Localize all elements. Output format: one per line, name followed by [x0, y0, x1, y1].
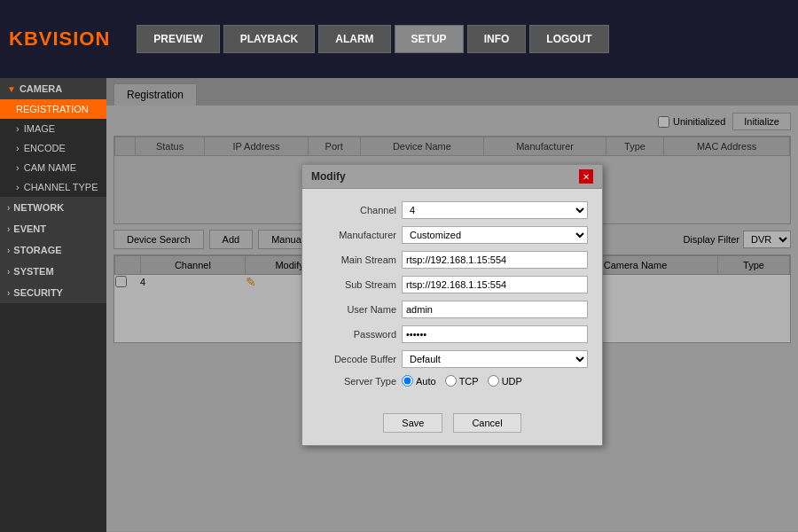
decode-buffer-select[interactable]: Default [402, 350, 588, 368]
server-type-row: Server Type Auto TCP [317, 375, 588, 387]
modal-footer: Save Cancel [302, 406, 602, 445]
sidebar-system-label: SYSTEM [13, 266, 53, 277]
event-arrow-icon: › [7, 224, 10, 234]
modify-modal: Modify ✕ Channel 4 Manufacturer Customiz… [301, 164, 603, 446]
tab-info[interactable]: INFO [467, 25, 527, 53]
tab-preview[interactable]: PREVIEW [137, 25, 219, 53]
camera-arrow-icon: ▼ [7, 84, 16, 94]
server-type-label: Server Type [317, 376, 396, 387]
logo-kb: KB [9, 27, 39, 50]
radio-udp[interactable]: UDP [488, 375, 522, 387]
sidebar-section-network[interactable]: › NETWORK [0, 197, 106, 218]
network-arrow-icon: › [7, 203, 10, 213]
save-button[interactable]: Save [383, 413, 442, 433]
sidebar-event-label: EVENT [13, 223, 46, 234]
modal-overlay: Modify ✕ Channel 4 Manufacturer Customiz… [106, 78, 798, 532]
tab-setup[interactable]: SETUP [395, 25, 464, 53]
decode-buffer-label: Decode Buffer [317, 354, 396, 364]
tab-alarm[interactable]: ALARM [318, 25, 390, 53]
radio-tcp-label: TCP [459, 376, 479, 387]
sidebar-item-image[interactable]: › IMAGE [0, 119, 106, 138]
arrow-icon: › [16, 162, 20, 173]
sidebar-item-camname[interactable]: › CAM NAME [0, 158, 106, 177]
tab-playback[interactable]: PLAYBACK [223, 25, 316, 53]
password-label: Password [317, 329, 396, 340]
password-input[interactable] [402, 325, 588, 343]
main-stream-input[interactable] [402, 251, 588, 269]
sidebar-item-channeltype[interactable]: › CHANNEL TYPE [0, 177, 106, 197]
manufacturer-label: Manufacturer [317, 230, 396, 240]
sidebar-section-event[interactable]: › EVENT [0, 218, 106, 239]
main-stream-label: Main Stream [317, 254, 396, 265]
content-area: Registration Uninitialized Initialize St… [106, 78, 798, 532]
manufacturer-select[interactable]: Customized [402, 226, 588, 244]
sidebar-security-label: SECURITY [13, 287, 63, 298]
nav-tabs: PREVIEW PLAYBACK ALARM SETUP INFO LOGOUT [137, 25, 608, 53]
sub-stream-row: Sub Stream [317, 276, 588, 293]
radio-tcp-input[interactable] [445, 375, 457, 387]
radio-udp-label: UDP [502, 376, 522, 387]
modal-body: Channel 4 Manufacturer Customized Main S… [302, 189, 602, 406]
username-label: User Name [317, 304, 396, 315]
username-input[interactable] [402, 301, 588, 318]
sub-stream-label: Sub Stream [317, 279, 396, 290]
channel-row: Channel 4 [317, 201, 588, 219]
arrow-icon: › [16, 143, 20, 153]
storage-arrow-icon: › [7, 246, 10, 255]
sidebar-item-registration[interactable]: REGISTRATION [0, 99, 106, 119]
arrow-icon: › [16, 123, 20, 134]
radio-auto[interactable]: Auto [402, 375, 436, 387]
channel-select[interactable]: 4 [402, 201, 588, 219]
channel-label: Channel [317, 205, 396, 215]
modal-header: Modify ✕ [302, 165, 602, 189]
radio-auto-input[interactable] [402, 375, 413, 387]
password-row: Password [317, 325, 588, 343]
sidebar-item-encode[interactable]: › ENCODE [0, 138, 106, 158]
modal-title: Modify [311, 170, 346, 183]
radio-tcp[interactable]: TCP [445, 375, 479, 387]
sidebar-section-system[interactable]: › SYSTEM [0, 261, 106, 282]
arrow-icon: › [16, 182, 20, 192]
sidebar-section-camera[interactable]: ▼ CAMERA [0, 78, 106, 99]
radio-udp-input[interactable] [488, 375, 499, 387]
security-arrow-icon: › [7, 288, 10, 298]
sub-stream-input[interactable] [402, 276, 588, 293]
decode-buffer-row: Decode Buffer Default [317, 350, 588, 368]
tab-logout[interactable]: LOGOUT [529, 25, 608, 53]
cancel-button[interactable]: Cancel [453, 413, 520, 433]
top-bar: KBVISION PREVIEW PLAYBACK ALARM SETUP IN… [0, 0, 798, 78]
sidebar: ▼ CAMERA REGISTRATION › IMAGE › ENCODE ›… [0, 78, 106, 532]
sidebar-section-security[interactable]: › SECURITY [0, 282, 106, 303]
main-layout: ▼ CAMERA REGISTRATION › IMAGE › ENCODE ›… [0, 78, 798, 532]
server-type-radio-group: Auto TCP UDP [402, 375, 522, 387]
modal-close-button[interactable]: ✕ [579, 169, 593, 184]
sidebar-section-storage[interactable]: › STORAGE [0, 239, 106, 261]
sidebar-network-label: NETWORK [13, 202, 64, 213]
logo: KBVISION [9, 27, 110, 51]
system-arrow-icon: › [7, 267, 10, 277]
sidebar-camera-label: CAMERA [20, 83, 62, 94]
logo-vision: VISION [39, 27, 111, 50]
main-stream-row: Main Stream [317, 251, 588, 269]
sidebar-storage-label: STORAGE [13, 245, 61, 255]
radio-auto-label: Auto [416, 376, 436, 387]
manufacturer-row: Manufacturer Customized [317, 226, 588, 244]
username-row: User Name [317, 301, 588, 318]
